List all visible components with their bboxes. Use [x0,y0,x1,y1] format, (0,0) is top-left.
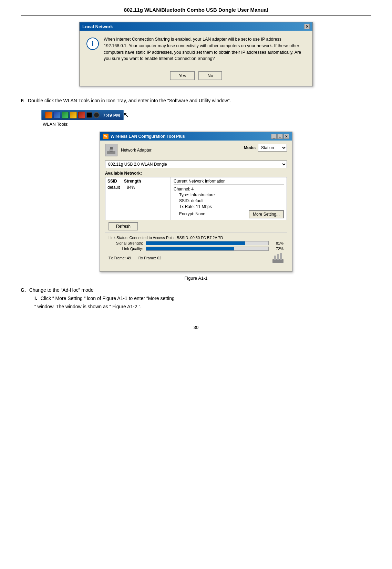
strength-col-header: Strength [124,179,141,184]
network-status-icon [272,252,283,264]
status-area: Link Status: Connected to Access Point. … [105,232,287,267]
info-icon: i [86,38,99,50]
network-info-panel: SSID Strength default 84% Current Networ… [105,177,287,220]
tray-icon-1 [45,112,52,118]
section-f: F. Double click the WLAN Tools icon in I… [21,97,371,104]
encrypt-line: Encrypt: None [179,211,205,216]
link-quality-label: Link Quality: [109,247,143,251]
type-value: Infrastructure [190,193,215,197]
wlan-config-window: W Wireless LAN Configuration Tool Plus _… [100,132,292,272]
encrypt-label: Encrypt: [179,211,194,216]
wlan-app-icon: W [103,134,109,139]
strength-value: 84% [127,185,135,190]
dialog-buttons: Yes No [80,68,312,86]
close-button[interactable]: ✕ [283,134,289,139]
encrypt-value: None [195,211,205,216]
rx-frame-value: 62 [157,256,161,260]
svg-rect-6 [280,253,282,260]
mode-row: Mode: Station [244,144,287,152]
tx-frame-area: Tx Frame: 49 Rx Frame: 62 [109,256,162,260]
ssid-col-header: SSID [107,179,117,184]
adapter-label: Network Adapter: [121,148,153,153]
section-g: G. Change to the “Ad-Hoc” mode [21,286,371,294]
current-network-panel: Current Network Information Channel: 4 T… [171,177,287,220]
tray-icon-5 [78,112,85,118]
wlan-body: Network Adapter: Mode: Station 802.11g U… [100,141,292,271]
tray-icon-2 [53,112,60,118]
signal-strength-bar-container [146,241,269,245]
dialog-close-button[interactable]: ✕ [304,24,310,29]
adapter-dropdown-row: 802.11g USB 2.0 WLAN Dongle [105,160,287,168]
svg-rect-5 [277,254,279,260]
network-list-row: default 84% [107,185,168,190]
no-button[interactable]: No [198,71,222,80]
ssid-value: default [107,185,120,190]
ssid-info-line: SSID: default [179,198,284,203]
tx-frame-value: 49 [127,256,131,260]
tray-icon-6 [86,112,92,118]
frame-row: Tx Frame: 49 Rx Frame: 62 [109,252,283,264]
tray-time: 7:49 PM [103,113,120,118]
dialog-title: Local Network [82,24,113,29]
page-title: 802.11g WLAN/Bluetooth Combo USB Dongle … [21,7,371,15]
tray-icon-circle [93,112,100,118]
section-g-text: Change to the “Ad-Hoc” mode [29,287,94,293]
ssid-info-value: default [191,198,204,203]
section-f-text: Double click the WLAN Tools icon in Icon… [28,98,231,103]
rx-frame-label: Rx Frame: [138,256,156,260]
bottom-buttons-row: Refresh [105,220,287,230]
adapter-icon [105,144,117,156]
wlan-titlebar-title: W Wireless LAN Configuration Tool Plus [103,134,185,139]
signal-strength-bar [146,241,245,245]
encrypt-row: Encrypt: None More Setting... [174,210,284,218]
channel-value: 4 [191,187,194,192]
available-network-label: Available Network: [105,171,287,176]
link-quality-percent: 72% [271,247,283,251]
dialog-titlebar: Local Network ✕ [80,22,312,31]
tx-rate-value: 11 Mbps [196,204,212,209]
icon-tray-area: 7:49 PM ↖ WLAN Tools: [41,110,371,127]
section-g-label: G. [21,287,26,293]
signal-strength-row: Signal Strength: 81% [109,241,283,245]
signal-strength-label: Signal Strength: [109,241,143,245]
signal-strength-percent: 81% [271,241,283,245]
arrow-icon: ↖ [123,111,129,119]
wlan-tools-label: WLAN Tools: [43,122,371,127]
tx-rate-line: Tx Rate: 11 Mbps [179,204,284,209]
network-list-panel: SSID Strength default 84% [105,177,171,220]
tx-rate-label: Tx Rate: [179,204,195,209]
tray-icon-4 [70,112,77,118]
subsection-i-text-2: “ window. The window is shown as “ Figur… [34,304,142,309]
tx-frame-label: Tx Frame: [109,256,126,260]
link-quality-row: Link Quality: 72% [109,247,283,251]
maximize-button[interactable]: □ [277,134,283,139]
svg-rect-4 [274,256,276,260]
minimize-button[interactable]: _ [271,134,277,139]
mode-dropdown[interactable]: Station [258,144,287,152]
svg-rect-2 [109,149,113,151]
local-network-dialog: Local Network ✕ i When Internet Connecti… [79,22,313,86]
link-quality-bar [146,247,234,250]
adapter-mode-row: Network Adapter: Mode: Station [105,144,287,158]
yes-button[interactable]: Yes [170,71,195,80]
icon-tray-bar: 7:49 PM [41,110,124,120]
wlan-titlebar-buttons: _ □ ✕ [271,134,289,139]
type-line: Type: Infrastructure [179,193,284,197]
dialog-message: When Internet Connection Sharing is enab… [104,36,306,62]
more-setting-button[interactable]: More Setting... [249,210,284,218]
figure-label: Figure A1-1 [21,276,371,281]
subsection-i-text-1: Click “ More Setting “ icon of Figure A1… [41,296,175,301]
refresh-button[interactable]: Refresh [109,222,138,230]
type-label: Type: [179,193,189,197]
wlan-window-title: Wireless LAN Configuration Tool Plus [111,134,185,139]
subsection-i-label: I. [34,296,37,301]
channel-label: Channel: [174,187,190,192]
channel-line: Channel: 4 [174,187,284,192]
dialog-content: i When Internet Connection Sharing is en… [80,31,312,68]
link-status-line: Link Status: Connected to Access Point. … [109,236,283,240]
page-number: 30 [21,325,371,330]
adapter-row: Network Adapter: [105,144,153,156]
adapter-dropdown[interactable]: 802.11g USB 2.0 WLAN Dongle [105,161,287,168]
mode-label: Mode: [244,145,256,150]
adapter-info: Network Adapter: [121,148,153,153]
